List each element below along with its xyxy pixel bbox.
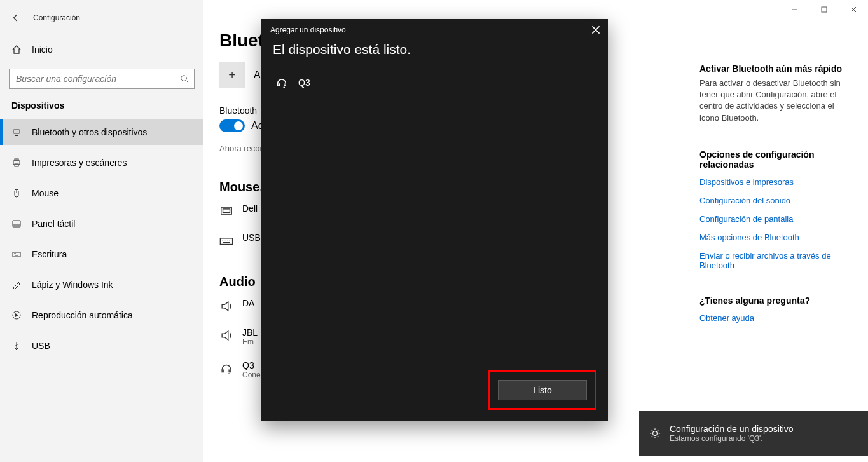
help-link[interactable]: Obtener ayuda (699, 313, 852, 323)
sidebar-section-label: Dispositivos (0, 100, 203, 111)
nav-item-label: Panel táctil (32, 219, 75, 229)
nav-mouse[interactable]: Mouse (0, 180, 203, 206)
bluetooth-icon (11, 127, 22, 137)
related-link[interactable]: Configuración del sonido (699, 196, 852, 205)
titlebar: Configuración (0, 8, 203, 28)
speaker-icon (219, 329, 233, 343)
pen-icon (11, 280, 22, 290)
question-title: ¿Tienes alguna pregunta? (699, 296, 852, 306)
nav-home-label: Inicio (32, 44, 53, 55)
help-panel: Activar Bluetooth aún más rápido Para ac… (699, 64, 852, 332)
nav-item-label: Reproducción automática (32, 310, 133, 320)
dialog-title: Agregar un dispositivo (270, 25, 346, 34)
autoplay-icon (11, 310, 22, 320)
dialog-footer: Listo (488, 370, 596, 410)
nav-pen[interactable]: Lápiz y Windows Ink (0, 272, 203, 297)
related-link[interactable]: Configuración de pantalla (699, 214, 852, 224)
svg-rect-10 (13, 252, 20, 257)
dialog-device-name: Q3 (298, 78, 310, 88)
toast-title: Configuración de un dispositivo (670, 424, 794, 434)
touchpad-icon (11, 219, 22, 229)
printer-icon (11, 158, 22, 168)
close-button[interactable] (839, 0, 868, 19)
window-controls (780, 0, 868, 19)
headset-icon (219, 362, 233, 376)
search-icon (180, 74, 189, 83)
related-title: Opciones de configuración relacionadas (699, 149, 852, 170)
svg-point-0 (181, 76, 187, 81)
nav-item-label: Lápiz y Windows Ink (32, 280, 113, 290)
nav-item-label: Mouse (32, 188, 59, 198)
nav-item-label: Bluetooth y otros dispositivos (32, 127, 147, 137)
device-name: DA (242, 298, 254, 308)
svg-rect-13 (223, 209, 230, 213)
device-status: Em (242, 337, 258, 346)
bluetooth-toggle[interactable] (219, 119, 245, 132)
dialog-device-row: Q3 (273, 76, 596, 89)
done-button-highlight: Listo (488, 370, 596, 410)
nav-autoplay[interactable]: Reproducción automática (0, 302, 203, 328)
monitor-icon (219, 205, 233, 219)
usb-icon (11, 341, 22, 351)
nav-touchpad[interactable]: Panel táctil (0, 211, 203, 236)
mouse-icon (11, 188, 22, 198)
app-title: Configuración (33, 13, 80, 22)
settings-sidebar: Configuración Inicio Dispositivos Blueto… (0, 0, 203, 462)
svg-rect-14 (220, 238, 232, 245)
search-box[interactable] (9, 69, 195, 89)
device-name: Dell (242, 203, 258, 214)
related-link[interactable]: Dispositivos e impresoras (699, 177, 852, 187)
svg-rect-4 (15, 159, 18, 161)
help-fast-title: Activar Bluetooth aún más rápido (699, 64, 852, 74)
headset-icon (275, 76, 288, 89)
nav-item-label: Impresoras y escáneres (32, 158, 127, 168)
plus-icon: + (219, 62, 245, 88)
dialog-header: Agregar un dispositivo (261, 19, 608, 38)
keyboard-icon (11, 249, 22, 259)
help-fast-body: Para activar o desactivar Bluetooth sin … (699, 78, 852, 124)
device-name: JBL (242, 327, 258, 337)
home-icon (11, 44, 22, 55)
minimize-button[interactable] (780, 0, 809, 19)
search-input[interactable] (15, 73, 180, 85)
nav-printers[interactable]: Impresoras y escáneres (0, 150, 203, 175)
nav-typing[interactable]: Escritura (0, 241, 203, 267)
svg-rect-1 (13, 130, 20, 133)
nav-home[interactable]: Inicio (0, 37, 203, 62)
back-icon[interactable] (11, 13, 20, 22)
svg-rect-8 (13, 221, 20, 227)
device-setup-toast[interactable]: Configuración de un dispositivo Estamos … (639, 411, 868, 456)
maximize-button[interactable] (809, 0, 839, 19)
related-link[interactable]: Enviar o recibir archivos a través de Bl… (699, 251, 852, 270)
nav-item-label: USB (32, 341, 50, 351)
gear-icon (649, 428, 661, 439)
device-name: USB (242, 233, 261, 243)
speaker-icon (219, 299, 233, 313)
close-icon[interactable] (591, 25, 600, 34)
svg-rect-2 (15, 135, 18, 136)
done-button[interactable]: Listo (498, 380, 587, 400)
related-link[interactable]: Más opciones de Bluetooth (699, 233, 852, 242)
keyboard-icon (219, 234, 233, 248)
dialog-heading: El dispositivo está listo. (273, 42, 596, 57)
toast-subtitle: Estamos configurando 'Q3'. (670, 434, 794, 443)
nav-item-label: Escritura (32, 249, 67, 259)
svg-rect-16 (822, 7, 827, 12)
svg-point-17 (653, 431, 658, 436)
nav-bluetooth[interactable]: Bluetooth y otros dispositivos (0, 119, 203, 145)
add-device-dialog: Agregar un dispositivo El dispositivo es… (261, 19, 608, 421)
nav-usb[interactable]: USB (0, 333, 203, 358)
